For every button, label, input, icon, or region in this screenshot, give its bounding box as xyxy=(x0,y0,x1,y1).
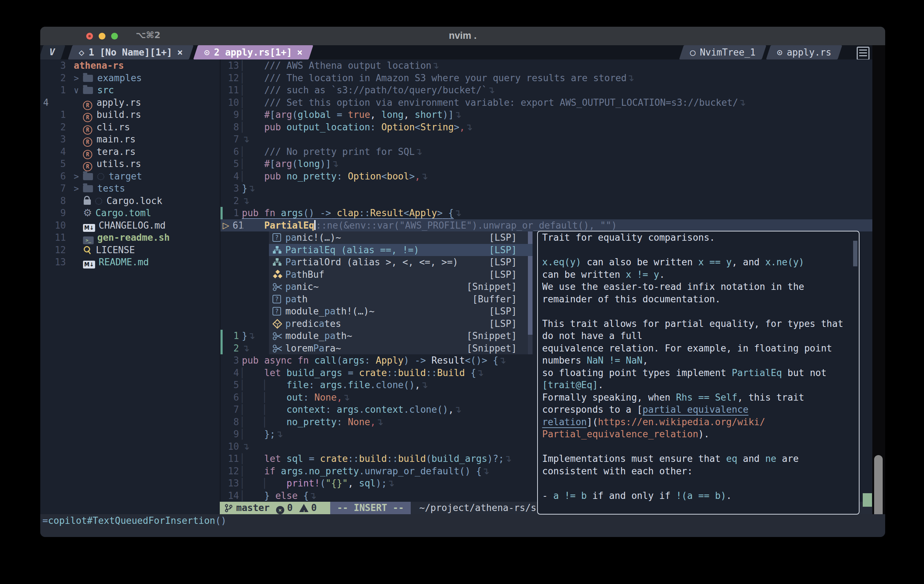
code-line[interactable]: 2↴ xyxy=(221,195,873,207)
code-text: . xyxy=(359,404,365,415)
code-text: long xyxy=(381,109,404,120)
right-tab-apply.rs[interactable]: ⊙apply.rs xyxy=(766,45,842,59)
tab-2[interactable]: ⊙2 apply.rs[1+]× xyxy=(193,45,314,59)
line-number: 1 xyxy=(223,207,239,219)
tree-item-tera.rs[interactable]: 4 Rtera.rs xyxy=(40,146,220,158)
eol-marker-icon: ↴ xyxy=(420,379,428,390)
code-text: but not xyxy=(782,368,827,378)
tree-item-main.rs[interactable]: 3 Rmain.rs xyxy=(40,133,220,146)
tree-item-gen-readme.sh[interactable]: 11 >_gen-readme.sh xyxy=(40,231,220,244)
code-line[interactable]: 11▏ /// such as `s3://path/to/query/buck… xyxy=(221,84,873,97)
code-text: ▏ xyxy=(242,109,248,120)
chevron-right-icon[interactable]: > xyxy=(74,72,83,85)
doc-line: This trait allows for partial equality, … xyxy=(538,318,859,330)
code-text: ▏ xyxy=(242,429,248,439)
eol-marker-icon: ↴ xyxy=(309,490,317,501)
eol-marker-icon: ↴ xyxy=(276,429,283,439)
chevron-down-icon[interactable]: ∨ xyxy=(74,84,83,97)
code-text: . xyxy=(598,379,604,390)
tree-item-label: tera.rs xyxy=(97,146,136,157)
code-text: , xyxy=(643,355,648,366)
breakpoint-sign-icon[interactable]: ▷ xyxy=(223,219,233,232)
tree-item-Cargo.toml[interactable]: 9 ⚙Cargo.toml xyxy=(40,207,220,219)
tree-item-label: tests xyxy=(97,183,125,194)
code-line[interactable]: 12▏ /// The location in Amazon S3 where … xyxy=(221,72,873,84)
tree-item-cli.rs[interactable]: 2 Rcli.rs xyxy=(40,121,220,134)
completion-kind: [LSP] xyxy=(269,269,533,281)
tab-close-icon[interactable]: × xyxy=(297,47,303,58)
tree-item-tests[interactable]: 7>tests xyxy=(40,182,220,195)
tree-item-LICENSE[interactable]: 12 LICENSE xyxy=(40,244,220,256)
code-line[interactable]: 9▏ #[arg(global = true, long, short)]↴ xyxy=(221,109,873,121)
code-text: None xyxy=(315,392,337,403)
editor-scrollbar-thumb[interactable] xyxy=(863,493,872,507)
code-text: args xyxy=(337,404,359,415)
completion-item[interactable]: ?module_path!(…)~[LSP] xyxy=(269,305,533,318)
folder-icon xyxy=(83,87,93,94)
tree-line-number: 1 xyxy=(40,84,74,97)
command-line[interactable]: =copilot#TextQueuedForInsertion() xyxy=(40,514,885,537)
tab-close-icon[interactable]: × xyxy=(177,47,183,58)
code-text: crate xyxy=(320,453,348,464)
code-text xyxy=(248,379,264,390)
chevron-right-icon[interactable]: > xyxy=(74,171,83,183)
completion-item[interactable]: PartialEq (alias ==, !=)[LSP] xyxy=(269,244,533,256)
code-text: remainder of this documentation. xyxy=(542,294,721,304)
code-line[interactable]: 3}↴ xyxy=(221,182,873,195)
completion-item[interactable]: PartialOrd (alias >, <, <=, >=)[LSP] xyxy=(269,256,533,269)
code-line[interactable]: 7↴ xyxy=(221,133,873,146)
tree-item-examples[interactable]: 2>examples xyxy=(40,72,220,84)
doc-line: numbers NaN != NaN, xyxy=(538,354,859,367)
tree-item-build.rs[interactable]: 1 Rbuild.rs xyxy=(40,109,220,121)
tree-item-label: examples xyxy=(97,73,142,83)
code-line[interactable]: 1pub fn args() -> clap::Result<Apply> {↴ xyxy=(221,207,873,219)
nvimtree-panel: 3athena-rs2>examples1∨src4 Rapply.rs1 Rb… xyxy=(40,59,220,502)
code-text xyxy=(331,208,337,218)
markdown-icon: M↓ xyxy=(83,224,95,232)
tree-item-CHANGELOG.md[interactable]: 10 M↓CHANGELOG.md xyxy=(40,219,220,232)
completion-item[interactable]: ?path[Buffer] xyxy=(269,293,533,305)
completion-item[interactable]: PathBuf[LSP] xyxy=(269,269,533,281)
code-text xyxy=(309,392,315,403)
tree-line-number: 4 xyxy=(40,97,74,109)
tree-item-README.md[interactable]: 13 M↓README.md xyxy=(40,256,220,269)
code-text: pub xyxy=(242,208,264,218)
doc-line: We use the easier-to-read infix notation… xyxy=(538,280,859,293)
code-line[interactable]: ▷61▏ PartialEq::ne(&env::var("AWS_PROFIL… xyxy=(221,219,873,232)
right-tab-NvimTree_1[interactable]: ○NvimTree_1 xyxy=(679,45,767,59)
code-text: build xyxy=(359,453,387,464)
code-text: ▏ xyxy=(242,490,248,501)
code-text: . xyxy=(370,379,376,390)
completion-item[interactable]: loremPara~[Snippet] xyxy=(269,342,533,355)
titlebar[interactable]: ⌥⌘2 nvim . xyxy=(40,27,885,46)
tree-item-src[interactable]: 1∨src xyxy=(40,84,220,97)
code-text: : xyxy=(365,355,370,366)
tree-item-target[interactable]: 6>target xyxy=(40,170,220,183)
code-line[interactable]: 13▏ /// AWS Athena output location↴ xyxy=(221,59,873,72)
tree-item-utils.rs[interactable]: 5 Rutils.rs xyxy=(40,158,220,170)
code-text: Result xyxy=(431,355,465,366)
line-number: 12 xyxy=(223,465,239,478)
completion-item[interactable]: panic~[Snippet] xyxy=(269,280,533,293)
tree-item-apply.rs[interactable]: 4 Rapply.rs xyxy=(40,97,220,109)
code-line[interactable]: 5▏ #[arg(long)]↴ xyxy=(221,158,873,170)
code-line[interactable]: 10▏ /// Set this option via environment … xyxy=(221,97,873,109)
completion-item[interactable]: module_path~[Snippet] xyxy=(269,330,533,342)
code-line[interactable]: 4▏ pub no_pretty: Option<bool>,↴ xyxy=(221,170,873,183)
code-text: NaN != NaN xyxy=(587,355,643,366)
tree-item-Cargo.lock[interactable]: 8 Cargo.lock xyxy=(40,195,220,207)
code-text: context xyxy=(286,404,325,415)
eol-marker-icon: ↴ xyxy=(487,85,495,96)
chevron-right-icon[interactable]: > xyxy=(74,183,83,195)
doc-scrollbar-thumb[interactable] xyxy=(853,241,857,266)
code-line[interactable]: 6▏ /// No pretty print for SQL↴ xyxy=(221,146,873,158)
tree-item-athena-rs[interactable]: 3athena-rs xyxy=(40,59,220,72)
completion-item[interactable]: predicates[LSP] xyxy=(269,318,533,330)
code-text: pub xyxy=(264,122,287,132)
code-text xyxy=(470,466,476,477)
tab-1[interactable]: ◇1 [No Name][1+]× xyxy=(68,45,194,59)
completion-kind: [LSP] xyxy=(269,231,533,244)
completion-item[interactable]: ?panic!(…)~[LSP] xyxy=(269,231,533,244)
code-line[interactable]: 8▏ pub output_location: Option<String>,↴ xyxy=(221,121,873,134)
tree-item-label: apply.rs xyxy=(97,97,141,108)
